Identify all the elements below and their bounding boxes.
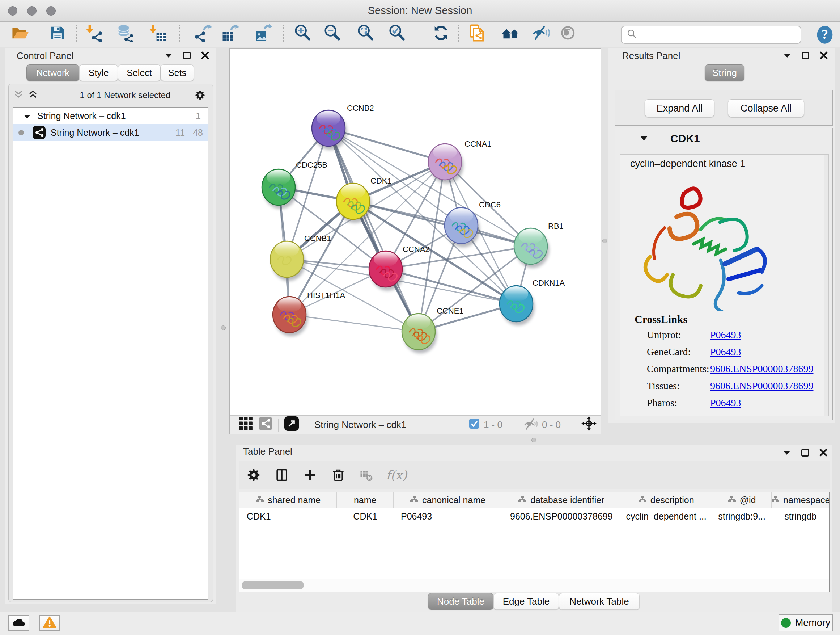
close-panel-icon[interactable] — [819, 448, 828, 457]
selected-checkbox-icon[interactable] — [469, 418, 479, 431]
scrollbar-thumb[interactable] — [242, 581, 304, 589]
cloud-status-button[interactable] — [8, 615, 29, 631]
grid-view-icon[interactable] — [239, 417, 253, 433]
network-edge-CCNA2-CDKN1A[interactable] — [386, 269, 516, 304]
close-window-button[interactable] — [8, 6, 17, 16]
crosslink-link[interactable]: P06493 — [710, 397, 741, 409]
table-horizontal-scrollbar[interactable] — [240, 578, 829, 592]
delete-column-icon[interactable] — [330, 466, 347, 484]
crosslink-link[interactable]: P06493 — [710, 346, 741, 358]
network-row[interactable]: String Network – cdk1 11 48 — [13, 124, 208, 141]
tab-select[interactable]: Select — [118, 65, 161, 81]
tab-node-table[interactable]: Node Table — [428, 593, 493, 610]
network-edge-CCNB2-CCNE1[interactable] — [328, 128, 418, 332]
column-header-shared-name[interactable]: shared name — [240, 492, 337, 508]
close-panel-icon[interactable] — [201, 51, 210, 60]
cell-id[interactable]: stringdb:9... — [712, 508, 772, 524]
left-splitter-handle[interactable] — [221, 325, 226, 330]
warnings-button[interactable] — [39, 615, 60, 631]
network-node-RB1[interactable] — [514, 228, 549, 268]
column-header-id[interactable]: @id — [712, 492, 772, 508]
open-session-button[interactable] — [9, 23, 30, 44]
show-columns-icon[interactable] — [273, 466, 291, 484]
tab-edge-table[interactable]: Edge Table — [493, 593, 559, 610]
gene-header-row[interactable]: CDK1 — [615, 128, 832, 149]
collection-expand-icon[interactable] — [24, 111, 31, 121]
column-header-canonical-name[interactable]: canonical name — [393, 492, 502, 508]
zoom-in-button[interactable] — [292, 23, 313, 44]
gene-collapse-icon[interactable] — [640, 135, 648, 142]
crosslink-link[interactable]: 9606.ENSP00000378699 — [710, 363, 813, 375]
expand-all-button[interactable]: Expand All — [645, 99, 714, 117]
cell-namespace[interactable]: stringdb — [772, 508, 829, 524]
collapse-all-button[interactable]: Collapse All — [728, 99, 804, 117]
network-node-CDKN1A[interactable] — [500, 286, 535, 325]
network-from-selection-button[interactable] — [467, 23, 488, 44]
float-panel-icon[interactable] — [802, 52, 809, 59]
cell-name[interactable]: CDK1 — [337, 508, 393, 524]
close-panel-icon[interactable] — [819, 51, 828, 60]
import-table-button[interactable] — [148, 23, 169, 44]
right-splitter-handle[interactable] — [602, 239, 607, 243]
network-view-type-icon[interactable] — [259, 417, 272, 433]
tab-sets[interactable]: Sets — [161, 65, 194, 81]
network-node-CCNA2[interactable] — [369, 251, 404, 291]
cell-description[interactable]: cyclin–dependent ... — [621, 508, 712, 524]
column-header-database-identifier[interactable]: database identifier — [502, 492, 621, 508]
panel-menu-icon[interactable] — [164, 52, 173, 58]
network-canvas[interactable]: CCNB2CCNA1CDC25BCDK1CDC6RB1CCNB1CCNA2CDK… — [230, 49, 601, 415]
column-header-name[interactable]: name — [337, 492, 393, 508]
collapse-all-networks-icon[interactable] — [14, 90, 23, 100]
save-session-button[interactable] — [47, 23, 68, 44]
tab-string[interactable]: String — [705, 65, 745, 81]
network-node-CCNE1[interactable] — [402, 314, 437, 353]
detach-view-icon[interactable] — [284, 416, 299, 433]
zoom-fit-button[interactable] — [355, 23, 376, 44]
import-network-file-button[interactable] — [84, 23, 105, 44]
network-node-CCNA1[interactable] — [428, 144, 463, 184]
cell-database-identifier[interactable]: 9606.ENSP00000378699 — [502, 508, 621, 524]
network-edge-CDK1-RB1[interactable] — [353, 201, 531, 246]
tab-network[interactable]: Network — [27, 65, 79, 81]
column-header-description[interactable]: description — [621, 492, 712, 508]
column-header-namespace[interactable]: namespace — [772, 492, 829, 508]
table-row[interactable]: CDK1 CDK1 P06493 9606.ENSP00000378699 cy… — [240, 508, 829, 524]
network-node-CDK1[interactable] — [336, 183, 371, 223]
search-input[interactable] — [640, 29, 792, 41]
panel-menu-icon[interactable] — [783, 52, 791, 58]
panel-menu-icon[interactable] — [783, 450, 791, 455]
tab-style[interactable]: Style — [79, 65, 118, 81]
network-node-CCNB2[interactable] — [312, 110, 347, 150]
help-button[interactable]: ? — [815, 25, 835, 45]
crosslink-link[interactable]: 9606.ENSP00000378699 — [710, 380, 813, 392]
zoom-window-button[interactable] — [46, 6, 56, 16]
table-options-gear-icon[interactable] — [245, 466, 262, 484]
export-image-button[interactable] — [253, 23, 273, 44]
cell-canonical-name[interactable]: P06493 — [393, 508, 502, 524]
crosslink-link[interactable]: P06493 — [710, 329, 741, 340]
zoom-selected-button[interactable] — [386, 23, 407, 44]
float-panel-icon[interactable] — [183, 52, 191, 59]
zoom-out-button[interactable] — [322, 23, 343, 44]
network-edge-HIST1H1A-CCNE1[interactable] — [289, 315, 418, 332]
results-scrollbar[interactable] — [824, 155, 829, 416]
cell-shared-name[interactable]: CDK1 — [240, 508, 337, 524]
expand-all-networks-icon[interactable] — [28, 90, 38, 100]
network-collection-row[interactable]: String Network – cdk1 1 — [13, 108, 208, 124]
show-all-button[interactable] — [558, 23, 579, 44]
first-neighbors-button[interactable] — [500, 23, 521, 44]
horizontal-splitter-handle[interactable] — [531, 438, 536, 442]
hide-selection-button[interactable] — [531, 23, 551, 44]
tab-network-table[interactable]: Network Table — [559, 593, 639, 610]
network-node-CDC25B[interactable] — [262, 169, 297, 209]
import-network-database-button[interactable] — [114, 23, 135, 44]
export-table-button[interactable] — [219, 23, 240, 44]
apply-layout-button[interactable] — [431, 23, 452, 44]
birds-eye-crosshair-icon[interactable] — [581, 416, 597, 434]
float-panel-icon[interactable] — [801, 449, 809, 456]
export-network-button[interactable] — [192, 23, 213, 44]
network-node-HIST1H1A[interactable] — [273, 296, 308, 336]
network-options-gear-icon[interactable] — [194, 89, 206, 103]
add-column-icon[interactable] — [302, 466, 319, 484]
memory-button[interactable]: Memory — [778, 614, 833, 631]
